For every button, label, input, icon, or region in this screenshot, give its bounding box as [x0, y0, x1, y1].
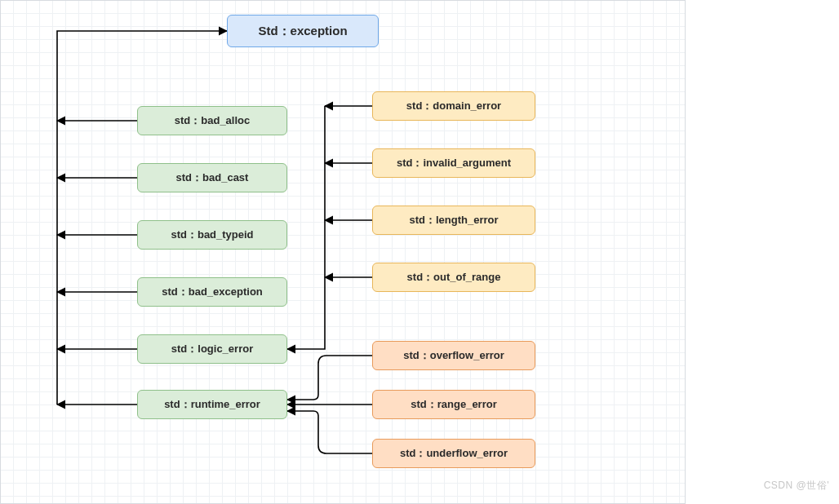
- node-logic-error: std：logic_error: [137, 334, 287, 364]
- node-length-error: std：length_error: [372, 206, 535, 235]
- canvas-border: [0, 0, 686, 504]
- node-runtime-error: std：runtime_error: [137, 390, 287, 419]
- node-overflow-error: std：overflow_error: [372, 341, 535, 370]
- node-bad-typeid: std：bad_typeid: [137, 220, 287, 250]
- node-underflow-error: std：underflow_error: [372, 439, 535, 468]
- node-bad-cast: std：bad_cast: [137, 163, 287, 192]
- node-invalid-argument: std：invalid_argument: [372, 148, 535, 178]
- node-bad-exception: std：bad_exception: [137, 277, 287, 307]
- node-out-of-range: std：out_of_range: [372, 263, 535, 292]
- watermark-text: CSDN @世俗': [764, 479, 829, 493]
- node-domain-error: std：domain_error: [372, 91, 535, 121]
- diagram-canvas: Std：exception std：bad_alloc std：bad_cast…: [0, 0, 686, 504]
- node-bad-alloc: std：bad_alloc: [137, 106, 287, 135]
- node-std-exception: Std：exception: [227, 15, 379, 47]
- node-range-error: std：range_error: [372, 390, 535, 419]
